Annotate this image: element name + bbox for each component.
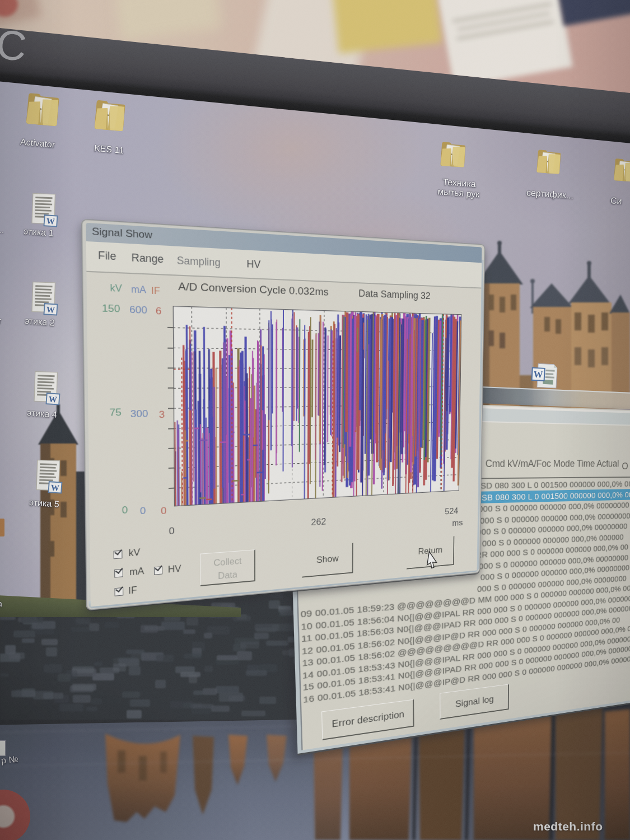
- svg-text:W: W: [50, 483, 59, 493]
- svg-text:W: W: [533, 369, 543, 380]
- svg-text:W: W: [48, 395, 57, 404]
- svg-text:W: W: [46, 305, 55, 315]
- svg-text:W: W: [46, 217, 55, 226]
